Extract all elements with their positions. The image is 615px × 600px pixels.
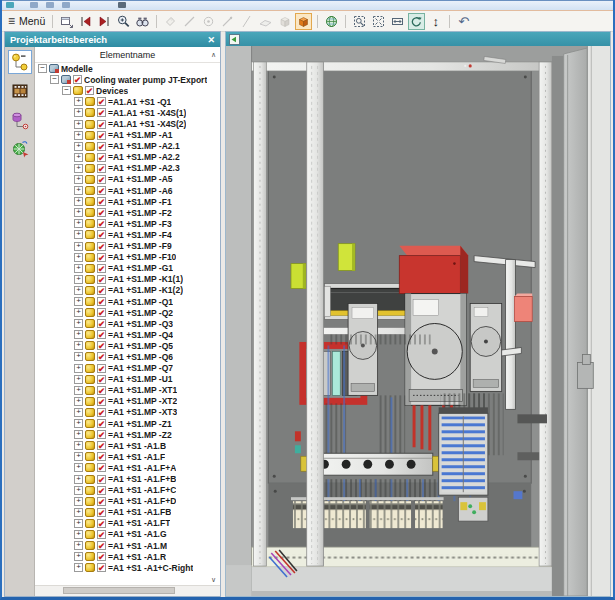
checkbox-icon[interactable]: ✔: [85, 86, 94, 95]
scroll-down-icon[interactable]: ∨: [211, 576, 216, 584]
checkbox-icon[interactable]: ✔: [97, 219, 106, 228]
expand-toggle[interactable]: +: [74, 441, 83, 450]
tree-column-header[interactable]: Elementname ∧: [35, 47, 220, 63]
tree-item[interactable]: + ✔ =A1 +S1.MP -Q7: [35, 363, 220, 374]
line-3-icon[interactable]: [238, 13, 255, 30]
checkbox-icon[interactable]: ✔: [97, 108, 106, 117]
globe-icon[interactable]: [323, 13, 340, 30]
expand-toggle[interactable]: +: [74, 264, 83, 273]
database-structure-icon[interactable]: [8, 108, 32, 132]
checkbox-icon[interactable]: ✔: [97, 186, 106, 195]
tree-item[interactable]: + ✔ =A1 +S1.MP -Z2: [35, 429, 220, 440]
expand-toggle[interactable]: −: [38, 64, 47, 73]
tag-icon[interactable]: [162, 13, 179, 30]
expand-toggle[interactable]: +: [74, 530, 83, 539]
checkbox-icon[interactable]: ✔: [97, 208, 106, 217]
checkbox-icon[interactable]: ✔: [97, 419, 106, 428]
expand-toggle[interactable]: +: [74, 308, 83, 317]
expand-toggle[interactable]: +: [74, 508, 83, 517]
viewport-titlebar[interactable]: [226, 32, 610, 46]
checkbox-icon[interactable]: ✔: [97, 386, 106, 395]
checkbox-icon[interactable]: ✔: [97, 530, 106, 539]
tree-item[interactable]: + ✔ =A1 +S1.MP -A6: [35, 185, 220, 196]
expand-toggle[interactable]: +: [74, 186, 83, 195]
tree-item[interactable]: + ✔ =A1 +S1.MP -K1(2): [35, 285, 220, 296]
tree-item[interactable]: + ✔ =A1 +S1 -A1.FB: [35, 507, 220, 518]
expand-toggle[interactable]: +: [74, 330, 83, 339]
expand-toggle[interactable]: +: [74, 408, 83, 417]
expand-toggle[interactable]: +: [74, 463, 83, 472]
expand-toggle[interactable]: +: [74, 452, 83, 461]
circle-point-icon[interactable]: [200, 13, 217, 30]
scroll-up-icon[interactable]: ∧: [211, 51, 216, 58]
checkbox-icon[interactable]: ✔: [97, 275, 106, 284]
quickbar-icon[interactable]: [30, 2, 38, 8]
menu-button[interactable]: ≡ Menü: [8, 15, 45, 27]
expand-toggle[interactable]: +: [74, 386, 83, 395]
checkbox-icon[interactable]: ✔: [97, 475, 106, 484]
checkbox-icon[interactable]: ✔: [97, 463, 106, 472]
rotate-view-icon[interactable]: [408, 13, 425, 30]
checkbox-icon[interactable]: ✔: [97, 242, 106, 251]
checkbox-icon[interactable]: ✔: [97, 397, 106, 406]
popout-window-icon[interactable]: [58, 13, 75, 30]
expand-toggle[interactable]: +: [74, 142, 83, 151]
go-previous-icon[interactable]: [77, 13, 94, 30]
tree-item[interactable]: + ✔ =A1 +S1 -A1+C-Right: [35, 562, 220, 573]
checkbox-icon[interactable]: ✔: [97, 97, 106, 106]
expand-toggle[interactable]: +: [74, 208, 83, 217]
checkbox-icon[interactable]: ✔: [97, 508, 106, 517]
expand-toggle[interactable]: +: [74, 153, 83, 162]
line-2-icon[interactable]: [219, 13, 236, 30]
tree-item[interactable]: + ✔ =A1 +S1.MP -A2.2: [35, 152, 220, 163]
tree-item[interactable]: + ✔ =A1 +S1 -A1.M: [35, 540, 220, 551]
tree-item[interactable]: + ✔ =A1.A1 +S1 -X4S(1): [35, 107, 220, 118]
tree-item[interactable]: + ✔ =A1 +S1.MP -Q5: [35, 340, 220, 351]
3d-navigation-icon[interactable]: [8, 137, 32, 161]
expand-toggle[interactable]: +: [74, 430, 83, 439]
tree-item[interactable]: + ✔ =A1 +S1.MP -F4: [35, 229, 220, 240]
tree-item[interactable]: + ✔ =A1 +S1.MP -K1(1): [35, 274, 220, 285]
tree-item[interactable]: + ✔ =A1 +S1.MP -F3: [35, 218, 220, 229]
tree-item[interactable]: − ✔ Cooling water pump JT-Export: [35, 74, 220, 85]
expand-toggle[interactable]: +: [74, 475, 83, 484]
expand-toggle[interactable]: +: [74, 242, 83, 251]
expand-toggle[interactable]: +: [74, 275, 83, 284]
checkbox-icon[interactable]: ✔: [97, 452, 106, 461]
checkbox-icon[interactable]: ✔: [97, 230, 106, 239]
checkbox-icon[interactable]: ✔: [97, 330, 106, 339]
expand-toggle[interactable]: +: [74, 552, 83, 561]
expand-toggle[interactable]: +: [74, 364, 83, 373]
tree-item[interactable]: + ✔ =A1 +S1.MP -A5: [35, 174, 220, 185]
checkbox-icon[interactable]: ✔: [73, 75, 82, 84]
checkbox-icon[interactable]: ✔: [97, 264, 106, 273]
zoom-width-icon[interactable]: [389, 13, 406, 30]
tree-item[interactable]: + ✔ =A1 +S1.MP -G1: [35, 263, 220, 274]
measure-vertical-icon[interactable]: ↕: [427, 13, 444, 30]
expand-toggle[interactable]: +: [74, 97, 83, 106]
expand-toggle[interactable]: +: [74, 175, 83, 184]
expand-toggle[interactable]: +: [74, 297, 83, 306]
checkbox-icon[interactable]: ✔: [97, 308, 106, 317]
expand-toggle[interactable]: +: [74, 519, 83, 528]
tree-item[interactable]: + ✔ =A1 +S1.MP -Q2: [35, 307, 220, 318]
tree-item[interactable]: + ✔ =A1 +S1.MP -XT1: [35, 385, 220, 396]
expand-toggle[interactable]: +: [74, 197, 83, 206]
expand-toggle[interactable]: −: [62, 86, 71, 95]
zoom-fit-icon[interactable]: [370, 13, 387, 30]
go-next-icon[interactable]: [96, 13, 113, 30]
media-filmstrip-icon[interactable]: [8, 79, 32, 103]
tree-item[interactable]: + ✔ =A1 +S1 -A1.F+B: [35, 473, 220, 484]
checkbox-icon[interactable]: ✔: [97, 364, 106, 373]
checkbox-icon[interactable]: ✔: [97, 164, 106, 173]
checkbox-icon[interactable]: ✔: [97, 486, 106, 495]
checkbox-icon[interactable]: ✔: [97, 552, 106, 561]
checkbox-icon[interactable]: ✔: [97, 120, 106, 129]
tree-item[interactable]: + ✔ =A1 +S1.MP -XT2: [35, 396, 220, 407]
zoom-in-icon[interactable]: [115, 13, 132, 30]
checkbox-icon[interactable]: ✔: [97, 175, 106, 184]
tree-item[interactable]: + ✔ =A1 +S1.MP -Q4: [35, 329, 220, 340]
expand-toggle[interactable]: +: [74, 397, 83, 406]
tree-item[interactable]: + ✔ =A1 +S1 -A1.F+C: [35, 485, 220, 496]
tree-item[interactable]: − Modelle: [35, 63, 220, 74]
